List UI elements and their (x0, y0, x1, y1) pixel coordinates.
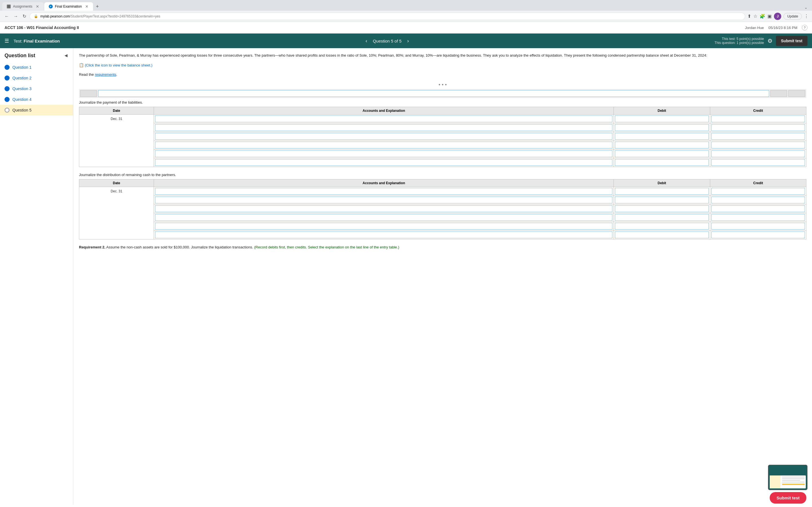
credit-input-1-4[interactable] (710, 141, 806, 150)
browser-chrome: Assignments ✕ P Final Examination ✕ + ⌄ … (0, 0, 812, 22)
debit-input-1-5[interactable] (614, 150, 710, 158)
table-row (79, 123, 806, 132)
account-input-1-2[interactable] (154, 123, 614, 132)
credit-input-2-4[interactable] (710, 213, 806, 222)
svg-rect-0 (7, 5, 10, 8)
debit-input-2-6[interactable] (614, 231, 710, 239)
table-nav-row (79, 89, 806, 98)
debit-input-1-4[interactable] (614, 141, 710, 150)
credit-input-2-2[interactable] (710, 196, 806, 205)
credit-input-1-5[interactable] (710, 150, 806, 158)
q4-status-dot (4, 97, 10, 102)
requirements-link[interactable]: requirements (95, 72, 116, 76)
help-icon[interactable]: ? (802, 25, 808, 31)
preview-thumbnail (768, 465, 808, 490)
col-date-1: Date (79, 107, 154, 115)
extensions-icon[interactable]: 🧩 (760, 13, 765, 19)
back-button[interactable]: ← (3, 13, 10, 20)
debit-input-1-6[interactable] (614, 158, 710, 167)
date-cell-1: Dec. 31 (79, 115, 154, 167)
date-cell-2: Dec. 31 (79, 187, 154, 239)
account-input-1-1[interactable] (154, 115, 614, 123)
credit-input-1-6[interactable] (710, 158, 806, 167)
submit-test-bottom-button[interactable]: Submit test (770, 492, 806, 504)
table-row (79, 150, 806, 158)
credit-input-1-3[interactable] (710, 132, 806, 141)
sidebar-item-q5[interactable]: Question 5 (0, 105, 73, 115)
account-input-1-6[interactable] (154, 158, 614, 167)
datetime: 05/16/23 8:16 PM (768, 25, 797, 30)
new-tab-button[interactable]: + (94, 3, 101, 11)
account-input-2-3[interactable] (154, 205, 614, 213)
gear-icon[interactable]: ⚙ (767, 38, 772, 44)
q1-status-dot (4, 65, 10, 70)
sidebar-item-q1[interactable]: Question 1 (0, 62, 73, 73)
tab-menu-icon[interactable]: ⌄ (802, 4, 810, 11)
credit-input-2-6[interactable] (710, 231, 806, 239)
preview-line (782, 478, 805, 479)
journal-section-2: Journalize the distribution of remaining… (79, 173, 806, 239)
split-screen-icon[interactable]: ▣ (767, 13, 772, 19)
balance-sheet-link[interactable]: 📋 (Click the icon to view the balance sh… (79, 63, 153, 67)
account-input-2-4[interactable] (154, 213, 614, 222)
table-row (79, 158, 806, 167)
debit-input-2-5[interactable] (614, 222, 710, 231)
debit-input-2-3[interactable] (614, 205, 710, 213)
req2-bold: Requirement 2. (79, 245, 105, 249)
debit-input-2-2[interactable] (614, 196, 710, 205)
col-credit-1: Credit (710, 107, 806, 115)
debit-input-2-1[interactable] (614, 187, 710, 196)
submit-test-nav-button[interactable]: Submit test (776, 36, 808, 46)
bookmark-icon[interactable]: ☆ (753, 13, 757, 19)
preview-inner (770, 475, 806, 489)
preview-highlight (782, 484, 805, 485)
tab-final-exam[interactable]: P Final Examination ✕ (44, 2, 93, 11)
table-nav-mid (770, 90, 787, 97)
chrome-menu-icon[interactable]: ⋮ (804, 13, 809, 19)
journal-table-1: Date Accounts and Explanation Debit Cred… (79, 107, 806, 167)
url-bar[interactable]: 🔒 mylab.pearson.com/Student/PlayerTest.a… (30, 13, 745, 20)
preview-line (782, 482, 805, 483)
collapse-sidebar-icon[interactable]: ◄ (63, 53, 68, 59)
sidebar-item-q2[interactable]: Question 2 (0, 73, 73, 83)
user-avatar[interactable]: J (774, 13, 781, 20)
debit-input-1-1[interactable] (614, 115, 710, 123)
forward-button[interactable]: → (12, 13, 19, 20)
account-input-2-6[interactable] (154, 231, 614, 239)
account-input-1-5[interactable] (154, 150, 614, 158)
lock-icon: 🔒 (34, 14, 38, 18)
col-accounts-1: Accounts and Explanation (154, 107, 614, 115)
prev-question-button[interactable]: ‹ (363, 37, 369, 45)
credit-input-2-1[interactable] (710, 187, 806, 196)
question-counter: Question 5 of 5 (373, 39, 402, 43)
credit-input-1-1[interactable] (710, 115, 806, 123)
sidebar-item-q3[interactable]: Question 3 (0, 83, 73, 94)
tab-assignments[interactable]: Assignments ✕ (2, 2, 44, 11)
sidebar-item-q4[interactable]: Question 4 (0, 94, 73, 105)
account-input-1-3[interactable] (154, 132, 614, 141)
account-input-2-1[interactable] (154, 187, 614, 196)
account-input-1-4[interactable] (154, 141, 614, 150)
credit-input-2-5[interactable] (710, 222, 806, 231)
debit-input-1-3[interactable] (614, 132, 710, 141)
debit-input-1-2[interactable] (614, 123, 710, 132)
assignments-tab-close[interactable]: ✕ (36, 4, 39, 8)
table-nav-input[interactable] (98, 90, 769, 97)
debit-input-2-4[interactable] (614, 213, 710, 222)
table-row (79, 213, 806, 222)
test-label: Test: Final Examination (13, 39, 60, 43)
content-area: The partnership of Sole, Pearlman, & Mur… (73, 48, 812, 504)
hamburger-icon[interactable]: ☰ (4, 38, 9, 44)
req2-body: Assume the non-cash assets are sold for … (105, 245, 253, 249)
refresh-button[interactable]: ↻ (21, 12, 28, 20)
share-icon[interactable]: ⬆ (748, 13, 751, 19)
question-text: The partnership of Sole, Pearlman, & Mur… (79, 53, 806, 59)
final-exam-tab-close[interactable]: ✕ (85, 4, 89, 8)
credit-input-1-2[interactable] (710, 123, 806, 132)
account-input-2-2[interactable] (154, 196, 614, 205)
balance-sheet-link-line: 📋 (Click the icon to view the balance sh… (79, 62, 806, 68)
credit-input-2-3[interactable] (710, 205, 806, 213)
next-question-button[interactable]: › (405, 37, 411, 45)
account-input-2-5[interactable] (154, 222, 614, 231)
update-button[interactable]: Update (783, 13, 802, 20)
